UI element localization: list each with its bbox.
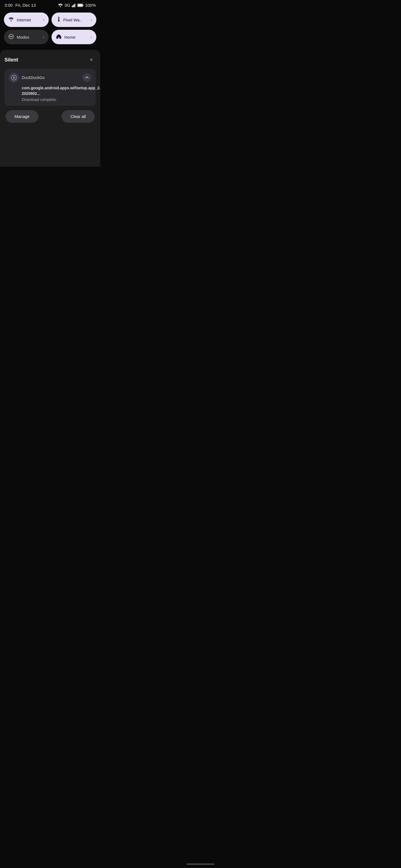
tile-pixelwatch[interactable]: Pixel Wa.. › [52, 12, 96, 27]
notif-filename: com.google.android.apps.wifisetup.app_2.… [22, 85, 91, 96]
tile-home-chevron: › [90, 35, 92, 39]
status-right: 3G 100% [58, 3, 96, 7]
home-tile-icon [56, 34, 61, 40]
manage-button[interactable]: Manage [6, 110, 38, 123]
status-date: Fri, Dec 13 [15, 3, 36, 7]
tile-modes-label: Modes [17, 35, 29, 39]
panel-close-button[interactable]: × [87, 55, 96, 64]
svg-rect-3 [74, 4, 75, 7]
signal-icon [72, 3, 76, 7]
duckduckgo-icon [9, 72, 19, 83]
battery-icon [78, 4, 84, 7]
tile-pixelwatch-chevron: › [90, 18, 92, 22]
tile-modes[interactable]: Modes › [4, 30, 49, 44]
notif-content: com.google.android.apps.wifisetup.app_2.… [9, 85, 91, 102]
svg-rect-6 [78, 4, 82, 6]
bluetooth-tile-icon [56, 17, 60, 23]
svg-rect-1 [72, 6, 73, 7]
tile-internet-label: Internet [17, 18, 31, 22]
status-time: 3:00 [4, 3, 12, 7]
action-buttons: Manage Clear all [4, 110, 96, 123]
svg-rect-4 [75, 3, 76, 7]
notification-panel: Silent × DuckDuckGo [0, 50, 100, 167]
panel-title: Silent [4, 57, 18, 63]
quick-tiles: Internet › Pixel Wa.. › Modes › [0, 9, 100, 50]
modes-tile-icon [8, 34, 14, 40]
clear-all-button[interactable]: Clear all [61, 110, 95, 123]
svg-rect-2 [73, 5, 74, 7]
svg-rect-10 [10, 36, 13, 37]
notif-status: Download complete. [22, 97, 91, 102]
tile-home[interactable]: Home › [52, 30, 96, 44]
status-battery: 100% [85, 3, 96, 7]
notif-app-row: DuckDuckGo [9, 72, 45, 83]
notif-expand-button[interactable] [82, 73, 91, 82]
notif-app-name: DuckDuckGo [22, 75, 45, 80]
wifi-tile-icon [8, 17, 14, 23]
status-network: 3G [65, 3, 70, 7]
svg-point-0 [60, 6, 61, 7]
svg-rect-7 [83, 5, 83, 6]
close-icon: × [90, 57, 93, 63]
panel-header: Silent × [4, 55, 96, 64]
notification-card: DuckDuckGo com.google.android.apps.wifis… [4, 69, 96, 106]
tile-pixelwatch-label: Pixel Wa.. [63, 18, 82, 22]
tile-internet-chevron: › [43, 18, 44, 22]
tile-modes-chevron: › [43, 35, 44, 39]
tile-internet[interactable]: Internet › [4, 12, 49, 27]
svg-point-8 [10, 20, 12, 22]
notif-header: DuckDuckGo [9, 72, 91, 83]
wifi-status-icon [58, 3, 63, 7]
status-bar: 3:00 Fri, Dec 13 3G 100% [0, 0, 100, 9]
tile-home-label: Home [64, 35, 76, 39]
status-left: 3:00 Fri, Dec 13 [4, 3, 36, 7]
